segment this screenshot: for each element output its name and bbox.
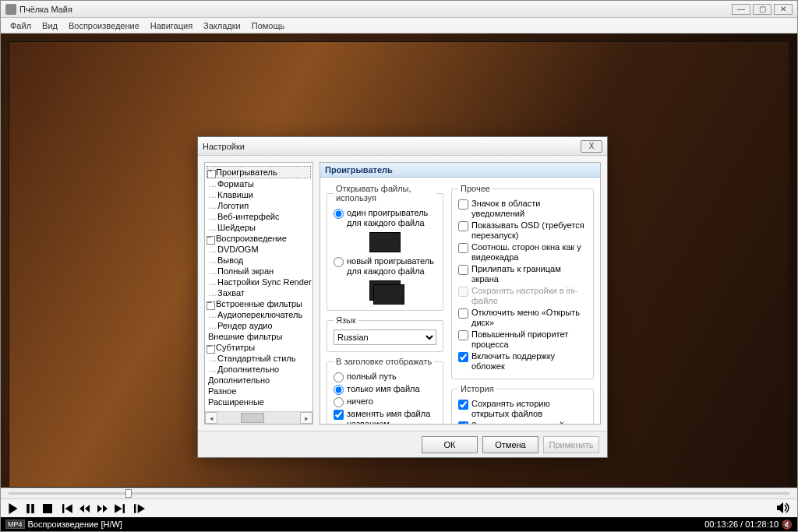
title-nothing-radio[interactable]: ничего xyxy=(334,396,436,408)
prev-button[interactable] xyxy=(62,502,74,515)
title-display-legend: В заголовке отображать xyxy=(334,357,434,366)
video-area[interactable]: Настройки X Проигрыватель Форматы Клавиш… xyxy=(1,33,797,488)
title-filename-radio[interactable]: только имя файла xyxy=(334,383,436,396)
main-window: Пчёлка Майя — ▢ ✕ Файл Вид Воспроизведен… xyxy=(0,0,798,532)
snap-checkbox[interactable]: Прилипать к границам экрана xyxy=(458,263,587,285)
tree-standard-style[interactable]: Стандартный стиль xyxy=(207,353,311,364)
tree-external-filters[interactable]: Внешние фильтры xyxy=(207,331,311,342)
tree-keys[interactable]: Клавиши xyxy=(207,189,311,200)
tree-fullscreen[interactable]: Полный экран xyxy=(207,266,311,277)
open-files-group: Открывать файлы, используя один проигрыв… xyxy=(327,184,443,311)
covers-checkbox[interactable]: Включить поддержку обложек xyxy=(458,351,587,372)
minimize-button[interactable]: — xyxy=(732,4,750,15)
rewind-button[interactable] xyxy=(79,502,91,515)
tree-formats[interactable]: Форматы xyxy=(207,178,311,189)
menu-navigation[interactable]: Навигация xyxy=(146,19,197,32)
menu-bookmarks[interactable]: Закладки xyxy=(199,19,245,32)
close-button[interactable]: ✕ xyxy=(774,4,793,15)
stop-button[interactable] xyxy=(41,502,54,515)
menu-help[interactable]: Помощь xyxy=(247,19,290,32)
pause-button[interactable] xyxy=(24,502,37,515)
dialog-button-row: ОК Отмена Применить xyxy=(198,431,607,457)
next-button[interactable] xyxy=(113,502,125,515)
ok-button[interactable]: ОК xyxy=(422,436,478,453)
svg-rect-1 xyxy=(31,504,34,513)
playback-controls xyxy=(1,499,797,517)
history-files-checkbox[interactable]: Сохранять историю открытых файлов xyxy=(458,398,587,420)
tree-builtin-filters[interactable]: Встроенные фильтры xyxy=(207,298,311,309)
tree-shaders[interactable]: Шейдеры xyxy=(207,222,311,233)
svg-rect-3 xyxy=(62,504,64,513)
tree-logo[interactable]: Логотип xyxy=(207,200,311,211)
menu-playback[interactable]: Воспроизведение xyxy=(64,19,144,32)
format-badge: MP4 xyxy=(5,520,25,529)
tree-sync[interactable]: Настройки Sync Render xyxy=(207,277,311,287)
tree-misc[interactable]: Разное xyxy=(207,386,311,396)
seek-track[interactable] xyxy=(9,492,789,495)
tree-web[interactable]: Веб-интерфейс xyxy=(207,211,311,222)
cancel-button[interactable]: Отмена xyxy=(482,436,538,453)
misc-legend: Прочее xyxy=(458,184,493,193)
tree-audio-switch[interactable]: Аудиопереключатель xyxy=(207,309,311,320)
title-replace-checkbox[interactable]: заменять имя файла названием xyxy=(334,408,436,425)
volume-icon[interactable] xyxy=(777,502,791,515)
ini-checkbox: Сохранять настройки в ini-файле xyxy=(458,285,587,307)
svg-rect-5 xyxy=(134,504,136,513)
forward-button[interactable] xyxy=(96,502,108,515)
tray-checkbox[interactable]: Значок в области уведомлений xyxy=(458,198,587,220)
open-new-radio[interactable]: новый проигрыватель для каждого файла xyxy=(334,255,436,277)
single-player-icon xyxy=(369,232,401,252)
multi-player-icon xyxy=(369,280,401,301)
tree-horizontal-scrollbar[interactable]: ◂ ▸ xyxy=(205,411,312,424)
settings-dialog: Настройки X Проигрыватель Форматы Клавиш… xyxy=(197,136,608,458)
osd-checkbox[interactable]: Показывать OSD (требуется перезапуск) xyxy=(458,220,587,241)
disable-menu-checkbox[interactable]: Отключить меню «Открыть диск» xyxy=(458,307,587,329)
svg-rect-0 xyxy=(26,504,30,513)
dialog-close-button[interactable]: X xyxy=(581,140,602,153)
tree-capture[interactable]: Захват xyxy=(207,287,311,298)
maximize-button[interactable]: ▢ xyxy=(753,4,772,15)
frame-step-button[interactable] xyxy=(133,502,146,515)
settings-panel: Проигрыватель Открывать файлы, используя… xyxy=(320,162,601,425)
menu-file[interactable]: Файл xyxy=(5,19,36,32)
tree-playback[interactable]: Воспроизведение xyxy=(207,233,311,244)
dialog-titlebar[interactable]: Настройки X xyxy=(198,137,607,156)
seekbar[interactable] xyxy=(1,488,797,499)
titlebar[interactable]: Пчёлка Майя — ▢ ✕ xyxy=(1,1,797,18)
language-legend: Язык xyxy=(334,315,358,325)
title-fullpath-radio[interactable]: полный путь xyxy=(334,371,436,383)
tree-advanced[interactable]: Дополнительно xyxy=(207,375,311,386)
tree-output[interactable]: Вывод xyxy=(207,255,311,266)
open-files-legend: Открывать файлы, используя xyxy=(334,184,436,203)
apply-button: Применить xyxy=(543,436,599,453)
app-icon xyxy=(5,4,16,15)
scroll-right-icon[interactable]: ▸ xyxy=(300,412,312,424)
open-single-radio[interactable]: один проигрыватель для каждого файла xyxy=(334,207,436,229)
time-display: 00:13:26 / 01:28:10 xyxy=(704,520,779,529)
svg-rect-4 xyxy=(123,504,125,513)
aspect-checkbox[interactable]: Соотнош. сторон окна как у видеокадра xyxy=(458,241,587,263)
priority-checkbox[interactable]: Повышенный приоритет процесса xyxy=(458,329,587,351)
mute-icon[interactable]: 🔇 xyxy=(779,520,793,530)
seek-thumb[interactable] xyxy=(125,489,132,498)
history-legend: История xyxy=(458,384,496,393)
language-select[interactable]: Russian xyxy=(334,329,436,345)
play-button[interactable] xyxy=(7,502,19,515)
tree-subtitles-advanced[interactable]: Дополнительно xyxy=(207,364,311,375)
tree-audio-render[interactable]: Рендер аудио xyxy=(207,320,311,331)
statusbar: MP4 Воспроизведение [H/W] 00:13:26 / 01:… xyxy=(1,517,797,531)
settings-tree[interactable]: Проигрыватель Форматы Клавиши Логотип Ве… xyxy=(204,162,313,425)
scrollbar-thumb[interactable] xyxy=(241,413,264,423)
menu-view[interactable]: Вид xyxy=(37,19,62,32)
panel-header: Проигрыватель xyxy=(320,163,600,178)
tree-player[interactable]: Проигрыватель xyxy=(207,166,311,178)
window-title: Пчёлка Майя xyxy=(19,5,732,14)
scroll-left-icon[interactable]: ◂ xyxy=(205,412,217,424)
tree-dvd[interactable]: DVD/OGM xyxy=(207,244,311,255)
history-group: История Сохранять историю открытых файло… xyxy=(451,384,594,425)
status-text: Воспроизведение [H/W] xyxy=(28,520,122,529)
tree-extended[interactable]: Расширенные xyxy=(207,396,311,407)
tree-subtitles[interactable]: Субтитры xyxy=(207,342,311,353)
svg-rect-2 xyxy=(43,504,52,513)
history-playlist-checkbox[interactable]: Запоминать последний плейлист xyxy=(458,420,587,425)
